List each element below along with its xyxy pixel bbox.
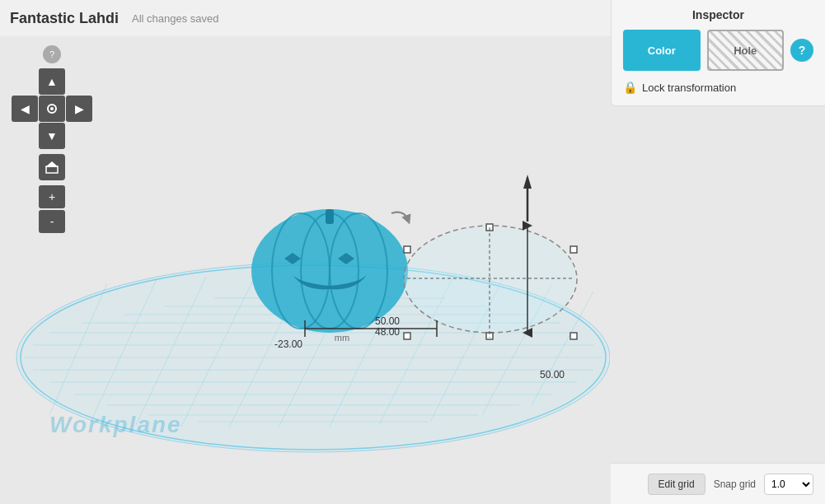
svg-text:50.00: 50.00 bbox=[540, 369, 565, 380]
nav-left-button[interactable]: ◀ bbox=[12, 96, 38, 122]
nav-up-button[interactable]: ▲ bbox=[39, 68, 65, 95]
svg-rect-43 bbox=[486, 333, 493, 339]
color-button[interactable]: Color bbox=[623, 30, 701, 71]
home-view-button[interactable] bbox=[39, 154, 65, 180]
nav-right-button[interactable]: ▶ bbox=[66, 96, 92, 122]
svg-line-27 bbox=[279, 274, 354, 427]
nav-down-button[interactable]: ▼ bbox=[39, 123, 65, 149]
inspector-panel: Inspector Color Hole ? 🔒 Lock transforma… bbox=[611, 0, 825, 106]
app-title: Fantastic Lahdi bbox=[10, 10, 119, 27]
svg-line-32 bbox=[532, 292, 593, 405]
lock-label: Lock transformation bbox=[642, 82, 736, 94]
edit-grid-button[interactable]: Edit grid bbox=[648, 474, 705, 495]
svg-text:50.00: 50.00 bbox=[375, 315, 400, 327]
svg-line-25 bbox=[181, 275, 255, 427]
svg-line-26 bbox=[229, 274, 305, 427]
svg-line-28 bbox=[330, 275, 404, 427]
inspector-title: Inspector bbox=[623, 8, 813, 21]
nav-controls: ? ▲ ◀ ▶ ▼ + - bbox=[12, 45, 92, 233]
svg-marker-3 bbox=[45, 161, 59, 167]
svg-rect-45 bbox=[570, 333, 577, 339]
svg-line-31 bbox=[482, 283, 552, 415]
save-status: All changes saved bbox=[132, 12, 219, 25]
svg-line-23 bbox=[91, 279, 157, 422]
snap-grid-label: Snap grid bbox=[714, 478, 756, 490]
hole-button[interactable]: Hole bbox=[707, 30, 785, 71]
svg-text:48.00: 48.00 bbox=[375, 326, 400, 338]
svg-rect-40 bbox=[404, 246, 410, 253]
help-button[interactable]: ? bbox=[790, 39, 813, 62]
svg-point-1 bbox=[50, 107, 54, 110]
svg-rect-2 bbox=[46, 166, 58, 173]
lock-icon: 🔒 bbox=[623, 81, 637, 94]
svg-marker-60 bbox=[523, 175, 532, 189]
svg-point-34 bbox=[251, 209, 408, 333]
svg-line-29 bbox=[379, 277, 453, 425]
svg-text:-23.00: -23.00 bbox=[274, 338, 302, 350]
svg-point-33 bbox=[21, 265, 606, 450]
svg-point-35 bbox=[272, 213, 330, 329]
svg-rect-44 bbox=[404, 333, 410, 339]
svg-point-39 bbox=[404, 226, 577, 333]
nav-cluster: ▲ ◀ ▶ ▼ bbox=[12, 68, 92, 149]
svg-line-24 bbox=[136, 277, 206, 425]
zoom-in-button[interactable]: + bbox=[39, 185, 65, 208]
svg-rect-38 bbox=[326, 209, 334, 224]
workplane-label: Workplane bbox=[49, 412, 182, 438]
zoom-out-button[interactable]: - bbox=[39, 210, 65, 233]
svg-point-5 bbox=[16, 267, 610, 448]
nav-home-button[interactable] bbox=[39, 96, 65, 122]
svg-point-37 bbox=[330, 213, 387, 329]
lock-transformation[interactable]: 🔒 Lock transformation bbox=[623, 81, 813, 94]
inspector-buttons: Color Hole ? bbox=[623, 30, 813, 71]
snap-grid-select[interactable]: 0.5 1.0 2.0 5.0 bbox=[764, 474, 813, 495]
help-circle-icon[interactable]: ? bbox=[43, 45, 61, 63]
svg-rect-41 bbox=[570, 246, 577, 253]
svg-text:mm: mm bbox=[335, 333, 349, 343]
bottom-controls: Edit grid Snap grid 0.5 1.0 2.0 5.0 bbox=[611, 463, 825, 504]
svg-rect-42 bbox=[486, 224, 493, 231]
svg-point-36 bbox=[301, 213, 359, 329]
svg-point-6 bbox=[16, 263, 610, 452]
svg-line-22 bbox=[49, 283, 107, 415]
svg-line-30 bbox=[430, 279, 503, 422]
